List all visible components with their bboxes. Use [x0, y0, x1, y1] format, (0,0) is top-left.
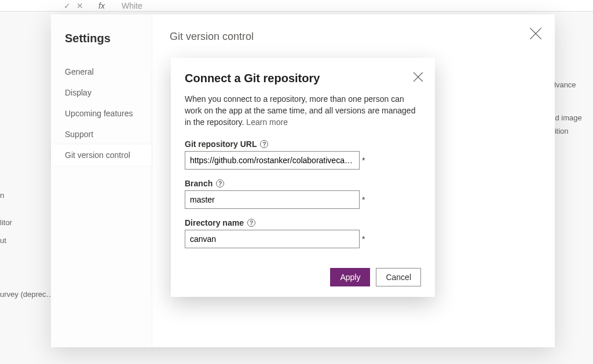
- branch-input[interactable]: [185, 190, 360, 209]
- app-formula-bar: ✓ ✕ fx White: [0, 0, 593, 12]
- sidebar-item-general[interactable]: General: [65, 61, 152, 82]
- branch-label: Branch ?: [185, 179, 421, 188]
- dialog-actions: Apply Cancel: [330, 268, 421, 286]
- sidebar-item-support[interactable]: Support: [65, 124, 152, 145]
- learn-more-link[interactable]: Learn more: [246, 117, 288, 127]
- dialog-title: Connect a Git repository: [185, 72, 421, 85]
- settings-title: Settings: [65, 32, 152, 45]
- connect-git-dialog: Connect a Git repository When you connec…: [171, 58, 435, 297]
- repo-url-input[interactable]: [185, 151, 360, 170]
- repo-url-label: Git repository URL ?: [185, 139, 421, 149]
- required-mark: *: [362, 234, 365, 244]
- close-icon: [529, 27, 542, 40]
- settings-close-button[interactable]: [529, 27, 542, 40]
- fx-label: fx: [98, 1, 105, 10]
- cancel-button[interactable]: Cancel: [376, 268, 421, 286]
- fx-value: White: [122, 1, 142, 10]
- apply-button[interactable]: Apply: [330, 268, 370, 286]
- sidebar-item-display[interactable]: Display: [65, 82, 152, 103]
- info-icon[interactable]: ?: [247, 219, 255, 227]
- directory-input[interactable]: [185, 230, 360, 248]
- settings-sidebar: Settings General Display Upcoming featur…: [51, 14, 152, 347]
- dialog-description: When you connect to a repository, more t…: [185, 93, 421, 128]
- settings-main-title: Git version control: [170, 31, 537, 43]
- info-icon[interactable]: ?: [216, 179, 224, 187]
- info-icon[interactable]: ?: [260, 140, 268, 148]
- dialog-close-button[interactable]: [413, 72, 423, 82]
- close-icon: [413, 72, 423, 82]
- bg-left-pane: n litor ut urvey (deprec…: [0, 191, 46, 302]
- sidebar-item-git-version-control[interactable]: Git version control: [51, 145, 152, 166]
- directory-label: Directory name ?: [185, 218, 421, 227]
- required-mark: *: [362, 156, 365, 165]
- required-mark: *: [362, 195, 365, 204]
- sidebar-item-upcoming-features[interactable]: Upcoming features: [65, 103, 152, 124]
- formula-check-icon: ✓: [64, 1, 71, 10]
- formula-cancel-icon: ✕: [76, 1, 83, 10]
